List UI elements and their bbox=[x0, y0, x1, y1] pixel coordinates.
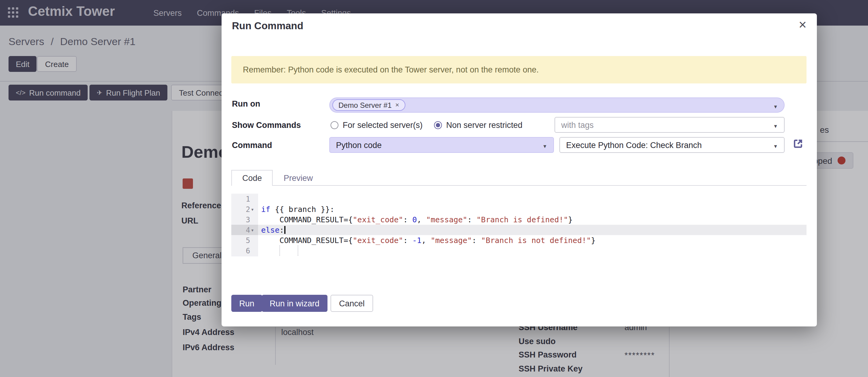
run-command-modal: Run Command × Remember: Python code is e… bbox=[222, 13, 817, 326]
server-tag-chip-label: Demo Server #1 bbox=[338, 101, 392, 109]
command-type-select[interactable]: Python code bbox=[329, 137, 554, 153]
editor-line-number[interactable]: 3 bbox=[231, 214, 258, 225]
command-select-value: Execute Python Code: Check Branch bbox=[566, 140, 702, 149]
command-select[interactable]: Execute Python Code: Check Branch bbox=[559, 137, 785, 153]
run-button[interactable]: Run bbox=[231, 295, 262, 312]
indent-guide bbox=[298, 245, 298, 256]
editor-code-line[interactable] bbox=[258, 245, 807, 256]
command-label: Command bbox=[232, 141, 272, 150]
close-icon[interactable]: × bbox=[796, 16, 809, 34]
dropdown-caret-icon bbox=[542, 140, 547, 149]
editor-line-number[interactable]: 2▾ bbox=[231, 204, 258, 214]
editor-code-line[interactable]: COMMAND_RESULT={"exit_code": -1, "messag… bbox=[258, 235, 807, 245]
tab-code[interactable]: Code bbox=[231, 170, 273, 186]
editor-code-line[interactable]: else: bbox=[258, 225, 807, 235]
external-link-icon[interactable] bbox=[793, 138, 804, 149]
run-on-label: Run on bbox=[232, 99, 260, 108]
editor-gutter: 12▾34▾56 bbox=[231, 194, 258, 256]
radio-label-non-server-restricted[interactable]: Non server restricted bbox=[446, 121, 523, 130]
modal-title: Run Command bbox=[232, 20, 304, 32]
warning-alert: Remember: Python code is executed on the… bbox=[231, 56, 807, 83]
with-tags-select[interactable]: with tags bbox=[555, 117, 785, 133]
show-commands-label: Show Commands bbox=[232, 121, 301, 130]
editor-line-number[interactable]: 6 bbox=[231, 245, 258, 256]
text-cursor bbox=[284, 226, 285, 234]
code-editor[interactable]: 12▾34▾56 if {{ branch }}: COMMAND_RESULT… bbox=[231, 194, 807, 256]
tab-preview[interactable]: Preview bbox=[274, 170, 322, 186]
fold-arrow-icon[interactable]: ▾ bbox=[251, 227, 257, 233]
with-tags-placeholder: with tags bbox=[561, 120, 594, 129]
cancel-button[interactable]: Cancel bbox=[331, 295, 373, 312]
dropdown-caret-icon bbox=[773, 99, 778, 111]
fold-arrow-icon[interactable]: ▾ bbox=[251, 206, 257, 212]
dropdown-caret-icon bbox=[773, 140, 778, 149]
server-tag-chip[interactable]: Demo Server #1 × bbox=[332, 99, 405, 111]
run-in-wizard-button[interactable]: Run in wizard bbox=[262, 295, 328, 312]
radio-for-selected-servers[interactable] bbox=[331, 121, 338, 129]
editor-line-number[interactable]: 4▾ bbox=[231, 225, 258, 235]
indent-guide bbox=[279, 245, 280, 256]
editor-code-line[interactable] bbox=[258, 194, 807, 204]
radio-label-for-selected-servers[interactable]: For selected server(s) bbox=[343, 121, 423, 130]
warning-alert-text: Remember: Python code is executed on the… bbox=[243, 65, 539, 74]
remove-tag-icon[interactable]: × bbox=[395, 102, 399, 108]
run-on-tags-field[interactable]: Demo Server #1 × bbox=[329, 97, 785, 113]
radio-non-server-restricted[interactable] bbox=[434, 121, 442, 129]
editor-line-number[interactable]: 5 bbox=[231, 235, 258, 245]
editor-line-number[interactable]: 1 bbox=[231, 194, 258, 204]
editor-code-line[interactable]: COMMAND_RESULT={"exit_code": 0, "message… bbox=[258, 214, 807, 225]
editor-code-line[interactable]: if {{ branch }}: bbox=[258, 204, 807, 214]
editor-code: if {{ branch }}: COMMAND_RESULT={"exit_c… bbox=[258, 194, 807, 256]
screen: Cetmix Tower ServersCommandsFilesToolsSe… bbox=[0, 0, 868, 377]
command-type-value: Python code bbox=[336, 140, 382, 149]
dropdown-caret-icon bbox=[773, 120, 778, 129]
